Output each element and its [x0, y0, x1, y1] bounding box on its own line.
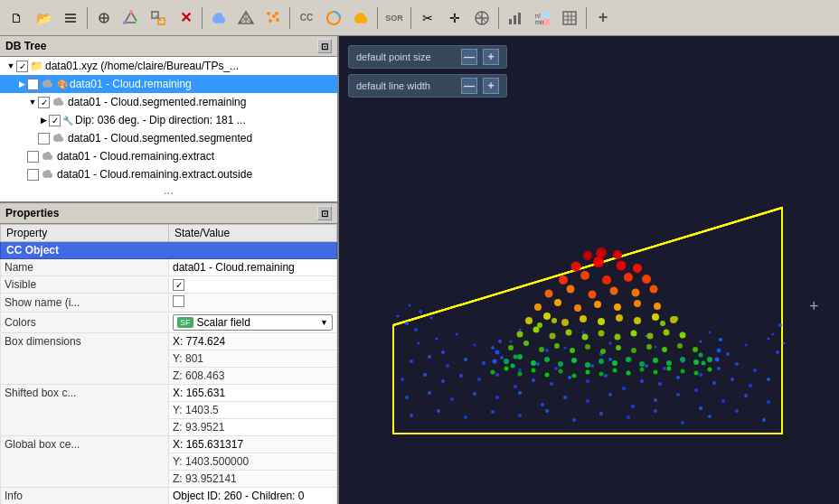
checkbox6[interactable] [27, 151, 39, 163]
svg-point-74 [518, 369, 522, 372]
tree-item-segmented-remaining[interactable]: ▼ data01 - Cloud.segmented.remaining [0, 93, 337, 111]
svg-point-269 [537, 322, 542, 328]
properties-close[interactable]: ⊡ [317, 206, 332, 220]
svg-point-119 [631, 405, 635, 408]
seg3-button[interactable] [321, 5, 346, 31]
checkbox4[interactable] [49, 115, 61, 126]
checkbox-data01[interactable] [27, 79, 39, 90]
cc-button[interactable]: CC [294, 5, 319, 31]
svg-point-100 [622, 387, 626, 390]
svg-point-252 [580, 271, 589, 280]
tree-item-label3: data01 - Cloud.segmented.remaining [68, 96, 246, 108]
open-button[interactable]: 📂 [31, 5, 56, 31]
db-tree-close[interactable]: ⊡ [317, 39, 332, 53]
cross-button[interactable]: ✛ [442, 5, 467, 31]
checkbox-root[interactable] [16, 61, 28, 72]
svg-point-114 [518, 391, 522, 395]
svg-point-164 [768, 338, 770, 341]
svg-point-96 [550, 382, 553, 386]
svg-point-118 [608, 393, 612, 397]
svg-point-189 [504, 359, 509, 364]
svg-point-76 [554, 367, 558, 370]
cloud-button[interactable] [206, 5, 231, 31]
sep5 [410, 7, 411, 29]
checkbox3[interactable] [38, 97, 50, 108]
point-size-plus[interactable]: + [483, 49, 499, 65]
list-button[interactable] [58, 5, 83, 31]
cloud-icon7 [41, 168, 55, 181]
svg-point-133 [599, 412, 603, 415]
svg-point-147 [700, 341, 702, 343]
minmax-button[interactable]: n!min [530, 5, 555, 31]
3d-scene[interactable]: + [339, 36, 839, 504]
svg-point-152 [409, 304, 411, 307]
chart-button[interactable] [503, 5, 528, 31]
svg-point-126 [410, 414, 413, 417]
tree-item-data01-remaining[interactable]: ▶ 🎨 data01 - Cloud.remaining [0, 75, 337, 93]
checkbox5[interactable] [38, 133, 50, 145]
svg-point-208 [554, 343, 560, 349]
svg-point-195 [585, 362, 590, 368]
transform-button[interactable] [146, 5, 171, 31]
add-point-button[interactable] [91, 5, 117, 31]
line-width-plus[interactable]: + [483, 78, 499, 94]
svg-point-122 [699, 406, 702, 410]
svg-point-239 [554, 299, 561, 306]
svg-point-210 [585, 344, 590, 350]
svg-point-24 [275, 12, 278, 15]
expand-arrow[interactable]: ▼ [5, 61, 16, 71]
svg-point-165 [441, 350, 445, 354]
tree-item-root[interactable]: ▼ 📁 data01.xyz (/home/claire/Bureau/TPs_… [0, 57, 337, 75]
svg-point-267 [498, 340, 502, 343]
tree-content: ▼ 📁 data01.xyz (/home/claire/Bureau/TPs_… [0, 57, 337, 201]
svg-point-255 [642, 275, 651, 284]
cut-button[interactable]: ✂ [415, 5, 440, 31]
tree-item-extract-outside[interactable]: ▶ data01 - Cloud.remaining.extract.outsi… [0, 165, 337, 183]
svg-point-128 [464, 415, 467, 419]
sor-button[interactable]: SOR [382, 5, 407, 31]
scroll-indicator: ··· [0, 183, 337, 201]
point-size-minus[interactable]: — [461, 49, 477, 65]
move-button[interactable] [469, 5, 495, 31]
svg-point-232 [580, 315, 587, 322]
tree-item-segmented-segmented[interactable]: ▶ data01 - Cloud.segmented.segmented [0, 129, 337, 147]
scatter-button[interactable] [260, 5, 286, 31]
grid-button[interactable] [557, 5, 582, 31]
checkbox7[interactable] [27, 169, 39, 181]
tree-item-dip[interactable]: ▶ 🔧 Dip: 036 deg. - Dip direction: 181 .… [0, 111, 337, 129]
mesh-button[interactable] [233, 5, 259, 31]
svg-point-245 [545, 290, 553, 298]
svg-point-179 [586, 370, 590, 375]
properties-table[interactable]: Property State/Value CC Object Name data… [0, 224, 337, 504]
expand-arrow2[interactable]: ▶ [16, 79, 27, 89]
svg-point-101 [640, 379, 644, 383]
segment-button[interactable] [118, 5, 144, 31]
svg-point-235 [634, 317, 641, 324]
svg-rect-39 [543, 19, 550, 25]
cloud2-button[interactable] [348, 5, 373, 31]
svg-point-124 [744, 394, 748, 397]
svg-rect-35 [518, 13, 521, 24]
svg-point-230 [543, 313, 551, 320]
expand-arrow3[interactable]: ▼ [27, 97, 38, 107]
svg-point-21 [272, 14, 276, 18]
main-content: DB Tree ⊡ ▼ 📁 data01.xyz (/home/claire/B… [0, 36, 839, 504]
visible-checkbox[interactable]: ✓ [173, 279, 184, 291]
svg-point-275 [511, 364, 515, 369]
svg-point-149 [397, 315, 400, 318]
svg-point-206 [523, 341, 529, 346]
line-width-minus[interactable]: — [461, 78, 477, 94]
svg-point-123 [721, 399, 725, 403]
expand-arrow4[interactable]: ▶ [38, 115, 49, 126]
svg-rect-0 [65, 14, 76, 15]
svg-point-205 [508, 345, 514, 350]
showname-checkbox[interactable] [173, 295, 184, 307]
add-button[interactable]: + [590, 5, 616, 31]
svg-point-99 [604, 374, 608, 378]
svg-point-153 [419, 310, 422, 313]
colors-dropdown[interactable]: SF Scalar field ▼ [173, 314, 333, 331]
new-button[interactable]: 🗋 [4, 5, 29, 31]
svg-point-69 [428, 355, 431, 359]
tree-item-extract[interactable]: ▶ data01 - Cloud.remaining.extract [0, 147, 337, 165]
delete-button[interactable]: ✕ [173, 5, 198, 31]
